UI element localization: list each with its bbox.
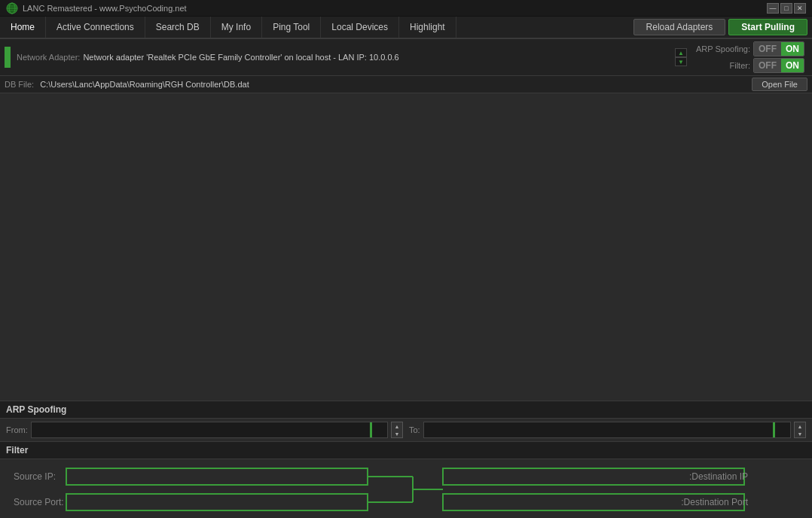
minimize-button[interactable]: — — [767, 3, 779, 14]
filter-diagram: Source IP: Source Port: :Destination IP … — [6, 462, 806, 515]
title-bar-left: LANC Remastered - www.PsychoCoding.net — [6, 2, 187, 14]
filter-label: Filter: — [690, 61, 750, 70]
db-bar: DB File: C:\Users\Lanc\AppData\Roaming\R… — [0, 76, 812, 93]
svg-text::Destination IP: :Destination IP — [689, 471, 748, 482]
title-text: LANC Remastered - www.PsychoCoding.net — [23, 4, 187, 13]
filter-toggle-on[interactable]: ON — [781, 59, 804, 72]
svg-text:Source IP:: Source IP: — [14, 471, 56, 482]
from-spin-down[interactable]: ▼ — [392, 430, 402, 437]
close-button[interactable]: ✕ — [794, 3, 806, 14]
arp-to-label: To: — [409, 425, 420, 434]
maximize-button[interactable]: □ — [780, 3, 792, 14]
arp-toggle-row: ARP Spoofing: OFF ON — [690, 41, 804, 56]
db-label: DB File: — [5, 80, 34, 89]
arp-from-field: From: ▲ ▼ — [6, 422, 403, 438]
filter-section: Filter — [0, 442, 812, 518]
menu-bar: Home Active Connections Search DB My Inf… — [0, 17, 812, 39]
to-green-indicator — [773, 422, 775, 437]
arp-toggle-on[interactable]: ON — [781, 42, 804, 56]
arp-to-field: To: ▲ ▼ — [409, 422, 806, 438]
open-file-button[interactable]: Open File — [752, 78, 807, 91]
reload-adapters-button[interactable]: Reload Adapters — [633, 19, 726, 35]
filter-diagram-svg: Source IP: Source Port: :Destination IP … — [6, 462, 806, 515]
arp-from-input-wrap — [31, 422, 388, 438]
adapter-arrow-up[interactable]: ▲ — [675, 48, 687, 57]
adapter-green-bar — [5, 47, 11, 68]
svg-text:Source Port:: Source Port: — [14, 497, 64, 507]
menu-item-active-connections[interactable]: Active Connections — [46, 17, 145, 38]
filter-content: Source IP: Source Port: :Destination IP … — [0, 459, 812, 518]
menu-spacer — [456, 17, 630, 38]
from-spin-up[interactable]: ▲ — [392, 422, 402, 430]
adapter-bar: Network Adapter: Network adapter 'Realte… — [0, 39, 812, 76]
arp-to-spinner[interactable]: ▲ ▼ — [794, 422, 806, 438]
to-spin-down[interactable]: ▼ — [795, 430, 805, 437]
adapter-arrow-down[interactable]: ▼ — [675, 57, 687, 66]
svg-rect-5 — [66, 468, 368, 485]
adapter-label: Network Adapter: — [17, 53, 80, 62]
to-spin-up[interactable]: ▲ — [795, 422, 805, 430]
toggle-group: ARP Spoofing: OFF ON Filter: OFF ON — [690, 41, 807, 73]
arp-spoofing-label: ARP Spoofing: — [690, 44, 750, 53]
filter-toggle-row: Filter: OFF ON — [690, 58, 804, 73]
db-value: C:\Users\Lanc\AppData\Roaming\RGH Contro… — [40, 80, 746, 89]
adapter-value: Network adapter 'Realtek PCIe GbE Family… — [83, 53, 669, 62]
title-bar: LANC Remastered - www.PsychoCoding.net —… — [0, 0, 812, 17]
menu-item-my-info[interactable]: My Info — [211, 17, 262, 38]
filter-section-header: Filter — [0, 442, 812, 459]
main-content — [0, 93, 812, 401]
filter-toggle-off[interactable]: OFF — [754, 59, 781, 72]
arp-section: ARP Spoofing From: ▲ ▼ To: — [0, 401, 812, 442]
arp-controls: From: ▲ ▼ To: ▲ ▼ — [0, 419, 812, 442]
adapter-arrows: ▲ ▼ — [675, 48, 687, 66]
start-pulling-button[interactable]: Start Pulling — [728, 19, 807, 35]
menu-item-local-devices[interactable]: Local Devices — [321, 17, 399, 38]
filter-toggle-switch[interactable]: OFF ON — [753, 58, 804, 73]
arp-section-header: ARP Spoofing — [0, 401, 812, 419]
arp-toggle-switch[interactable]: OFF ON — [753, 41, 804, 56]
arp-from-label: From: — [6, 425, 28, 434]
svg-text::Destination Port: :Destination Port — [681, 497, 748, 507]
menu-item-home[interactable]: Home — [0, 17, 46, 38]
menu-item-ping-tool[interactable]: Ping Tool — [262, 17, 321, 38]
arp-from-input[interactable] — [35, 425, 384, 434]
arp-to-input-wrap — [423, 422, 791, 438]
menu-item-search-db[interactable]: Search DB — [145, 17, 211, 38]
arp-to-input[interactable] — [427, 425, 787, 434]
globe-icon — [6, 2, 18, 14]
from-green-indicator — [370, 422, 372, 437]
title-bar-controls: — □ ✕ — [767, 3, 806, 14]
app-window: LANC Remastered - www.PsychoCoding.net —… — [0, 0, 812, 518]
arp-from-spinner[interactable]: ▲ ▼ — [391, 422, 403, 438]
arp-toggle-off[interactable]: OFF — [754, 42, 781, 56]
svg-rect-6 — [66, 494, 368, 510]
menu-item-highlight[interactable]: Highlight — [399, 17, 456, 38]
menu-right: Reload Adapters Start Pulling — [630, 17, 812, 38]
